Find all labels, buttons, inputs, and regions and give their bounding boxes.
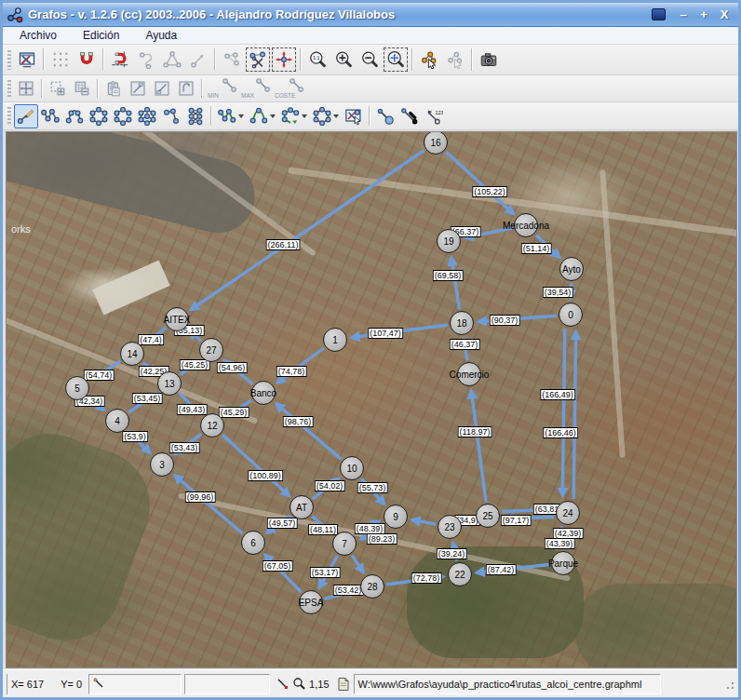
- graph-node-13[interactable]: 13: [157, 371, 182, 396]
- edge-weight-label[interactable]: (51,14): [521, 243, 552, 254]
- edge-weight-label[interactable]: (100,89): [248, 470, 283, 481]
- algo-open-button[interactable]: [278, 104, 310, 128]
- edge-weight-label[interactable]: (72,78): [411, 572, 442, 584]
- graph-node-AT[interactable]: AT: [290, 495, 314, 519]
- edge-weight-label[interactable]: (54,02): [315, 480, 345, 491]
- zoom-fit-button[interactable]: [383, 47, 409, 73]
- edge-weight-label[interactable]: (39,24): [437, 548, 467, 559]
- graph-node-28[interactable]: 28: [360, 574, 384, 599]
- camera-button[interactable]: [476, 47, 502, 73]
- edge-weight-label[interactable]: (53,17): [310, 567, 341, 578]
- graph-node-Mercadona[interactable]: Mercadona: [514, 213, 538, 237]
- edge-weight-label[interactable]: (98,76): [283, 416, 314, 427]
- edge-weight-label[interactable]: (266,11): [266, 239, 301, 250]
- graph-node-10[interactable]: 10: [340, 456, 364, 480]
- graph-node-12[interactable]: 12: [200, 413, 224, 438]
- graph-node-24[interactable]: 24: [556, 501, 580, 525]
- edge-weight-label[interactable]: (39,54): [543, 287, 573, 298]
- graph-node-0[interactable]: 0: [559, 303, 583, 327]
- edge-weight-label[interactable]: (99,96): [185, 491, 216, 503]
- edge-weight-label[interactable]: (74,78): [276, 366, 307, 377]
- edge-weight-label[interactable]: (54,96): [217, 362, 248, 373]
- edge-weight-label[interactable]: (55,73): [357, 482, 388, 493]
- open-cycle-button[interactable]: [111, 104, 135, 128]
- edge-weight-label[interactable]: (49,43): [177, 404, 208, 415]
- select-graph-button[interactable]: [416, 47, 442, 73]
- graph-node-Parque[interactable]: Parque: [551, 551, 575, 575]
- menu-ayuda[interactable]: Ayuda: [136, 28, 186, 43]
- graph-node-19[interactable]: 19: [437, 229, 461, 253]
- cut-graph-button[interactable]: [245, 47, 271, 73]
- edge-weight-label[interactable]: (53,43): [169, 442, 200, 453]
- grid-button[interactable]: [47, 47, 74, 73]
- graph-node-23[interactable]: 23: [438, 515, 462, 539]
- graph-node-16[interactable]: 16: [424, 131, 448, 155]
- edge-weight-label[interactable]: (47,4): [138, 334, 164, 345]
- graph-node-1[interactable]: 1: [323, 328, 347, 352]
- edge-weight-label[interactable]: (105,22): [472, 186, 507, 197]
- edge-weight-label[interactable]: (53,9): [122, 431, 148, 442]
- edge-weight-label[interactable]: (45,25): [180, 359, 210, 370]
- edge-weight-label[interactable]: (166,46): [543, 427, 578, 438]
- tools-board-button[interactable]: [342, 104, 366, 128]
- graph-node-AITEX[interactable]: AITEX: [165, 307, 189, 331]
- menu-archivo[interactable]: Archivo: [10, 28, 66, 43]
- resize-grip[interactable]: [723, 679, 734, 690]
- graph-node-Ayto[interactable]: Ayto: [559, 257, 584, 281]
- edge-weight-label[interactable]: (89,23): [367, 533, 397, 545]
- path-button[interactable]: [38, 104, 62, 128]
- graph-node-7[interactable]: 7: [332, 532, 357, 556]
- edge-weight-label[interactable]: (87,42): [486, 564, 517, 575]
- edge-weight-label[interactable]: (49,57): [267, 518, 298, 529]
- snap-magnet-button[interactable]: [107, 47, 133, 73]
- close-button[interactable]: X: [714, 7, 734, 23]
- edge-weight-label[interactable]: (67,05): [263, 560, 293, 572]
- graph-node-EPSA[interactable]: EPSA: [299, 590, 323, 614]
- edge-weight-label[interactable]: (90,37): [490, 315, 520, 326]
- toolbar-grip[interactable]: [7, 50, 11, 70]
- edge-weight-label[interactable]: (53,42): [333, 585, 364, 596]
- edge-weight-label[interactable]: (107,47): [368, 328, 403, 339]
- pin-button[interactable]: [652, 8, 666, 20]
- edge-weight-label[interactable]: (166,49): [540, 389, 575, 400]
- graph-node-18[interactable]: 18: [450, 311, 474, 335]
- magnet-button[interactable]: [74, 47, 100, 73]
- edge-weight-label[interactable]: (45,29): [219, 407, 249, 418]
- map-canvas[interactable]: orks (105,22)(266,11)(66,37)(51,14)(69,5…: [6, 131, 737, 668]
- cycle-button[interactable]: [87, 104, 111, 128]
- graph-node-14[interactable]: 14: [120, 342, 144, 366]
- algo-path-button[interactable]: [215, 104, 247, 128]
- edge-weight-label[interactable]: (54,74): [84, 370, 115, 381]
- graph-node-25[interactable]: 25: [476, 504, 500, 528]
- edge-weight-label[interactable]: (118,97): [458, 426, 492, 438]
- zoom-out-button[interactable]: [357, 47, 383, 73]
- pendant-edge-button[interactable]: [373, 104, 397, 128]
- move-points-button[interactable]: [271, 47, 297, 73]
- graph-node-22[interactable]: 22: [448, 562, 472, 586]
- design-board-button[interactable]: [14, 47, 40, 73]
- maximize-button[interactable]: +: [694, 7, 714, 23]
- algo-arc-button[interactable]: [247, 104, 278, 128]
- weight-edge-button[interactable]: 123: [422, 104, 446, 128]
- edge-weight-label[interactable]: (48,11): [308, 524, 338, 535]
- edge-weight-label[interactable]: (53,45): [132, 393, 163, 404]
- edge-weight-label[interactable]: (97,17): [501, 515, 532, 526]
- edge-weight-label[interactable]: (69,58): [433, 270, 464, 281]
- graph-node-Banco[interactable]: Banco: [251, 381, 276, 405]
- graph-node-6[interactable]: 6: [241, 531, 265, 555]
- graph-node-4[interactable]: 4: [105, 409, 129, 433]
- wheel-button[interactable]: [135, 104, 159, 128]
- title-bar[interactable]: Grafos - v. 1.2.6 (cc) 2003..2006 - Alej…: [3, 3, 738, 27]
- arc-button[interactable]: [62, 104, 87, 128]
- edge-weight-label[interactable]: (46,37): [450, 339, 480, 350]
- draw-button[interactable]: [14, 104, 38, 128]
- algo-cycle-button[interactable]: [310, 104, 342, 128]
- graph-node-3[interactable]: 3: [150, 452, 174, 477]
- graph-node-Comercio[interactable]: Comercio: [457, 362, 481, 386]
- graph-node-27[interactable]: 27: [199, 338, 223, 362]
- edge-weight-label[interactable]: (43,39): [545, 538, 575, 549]
- zoom-in-button[interactable]: [330, 47, 357, 73]
- bar-edge-button[interactable]: [397, 104, 422, 128]
- menu-edicion[interactable]: Edición: [74, 28, 128, 43]
- star2-button[interactable]: [159, 104, 183, 128]
